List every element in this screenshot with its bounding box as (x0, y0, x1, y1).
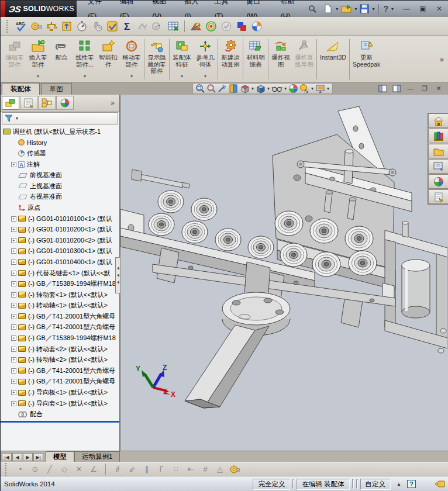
tree-item-history[interactable]: History (1, 137, 119, 148)
new-dropdown-arrow[interactable]: ▾ (336, 6, 338, 12)
featuremanager-tree-tab[interactable] (2, 96, 19, 110)
propertymanager-tab[interactable] (20, 96, 37, 110)
expand-toggle[interactable]: + (11, 216, 16, 222)
move-component-button[interactable]: 移动零 部件 ▾ (120, 37, 143, 81)
assembly-features-button[interactable]: 装配体 特征 ▾ (170, 37, 194, 81)
tree-item-part[interactable]: +(-) 转动套<2> (默认<<默认> (1, 344, 119, 355)
perpendicular-snap-icon[interactable]: ⇙ (127, 465, 137, 473)
pane-right-icon[interactable] (391, 84, 402, 93)
view-palette-tab[interactable] (428, 159, 448, 174)
lights-icon[interactable] (205, 20, 218, 33)
file-explorer-tab[interactable] (428, 144, 448, 158)
tree-item-part[interactable]: +(-) 导向板<1> (默认<<默认> (1, 387, 119, 398)
expand-toggle[interactable]: + (11, 324, 16, 330)
pane-left-icon[interactable] (377, 84, 388, 93)
check-dropdown-icon[interactable] (151, 20, 164, 33)
measure-icon[interactable] (30, 20, 43, 33)
quadrant-snap-icon[interactable]: ◇ (59, 465, 70, 473)
compare-documents-icon[interactable] (235, 20, 248, 33)
tree-item-part[interactable]: +(-) 转动轴<1> (默认<<默认> (1, 300, 119, 312)
tree-item-part[interactable]: +(-) 转动套<1> (默认<<默认> (1, 289, 119, 300)
equations-icon[interactable]: Σ (121, 20, 134, 33)
zoom-area-icon[interactable] (206, 84, 216, 94)
edit-component-button[interactable]: 编辑零 部件 (3, 37, 26, 81)
tree-item-sensors[interactable]: 传感器 (1, 148, 119, 159)
quick-tips-button[interactable]: ? (407, 480, 416, 488)
tree-item-part[interactable]: +(-) GG01-01010200<1> (默认 (1, 224, 119, 235)
help-dropdown-arrow[interactable]: ▾ (391, 6, 394, 12)
display-style-icon[interactable] (256, 84, 266, 94)
expand-toggle[interactable]: + (11, 401, 16, 406)
tree-item-part[interactable]: +(-) GG01-01010200<2> (默认 (1, 235, 119, 246)
tree-item-top-plane[interactable]: 上视基准面 (1, 181, 119, 192)
expand-toggle[interactable]: + (11, 271, 16, 276)
tree-item-part[interactable]: +(-) 转动轴<2> (默认<<默认> (1, 354, 119, 365)
units-selector[interactable]: 自定义 (360, 479, 391, 490)
prev-tab-button[interactable]: ◀ (12, 453, 22, 461)
home-tab[interactable] (428, 113, 448, 128)
design-table-icon[interactable] (167, 20, 180, 33)
model-tab[interactable]: 模型 (46, 451, 74, 462)
tree-item-part[interactable]: +(-) GB／T41-20001型六角螺母 (1, 365, 119, 376)
grid-snap-icon[interactable]: # (200, 465, 211, 473)
expand-toggle[interactable]: + (11, 292, 16, 298)
tab-assembly[interactable]: 装配体 (2, 82, 40, 95)
show-hidden-components-button[interactable]: 显示隐 藏的零 部件 (145, 37, 168, 81)
next-tab-button[interactable]: ▶ (23, 453, 33, 461)
tree-item-part[interactable]: +(-) GG01-01010400<1> (默认 (1, 257, 119, 268)
tree-item-part[interactable]: +(-) GB／T41-20001型六角螺母 (1, 322, 119, 333)
nearest-snap-icon[interactable]: ∠ (88, 465, 99, 473)
tree-item-part[interactable]: +(-) 导向套<1> (默认<<默认> (1, 398, 119, 409)
hv-snap-icon[interactable]: Γ (156, 465, 167, 473)
center-snap-icon[interactable]: ⊙ (30, 465, 40, 473)
tab-sketch[interactable]: 草图 (41, 83, 72, 95)
edit-appearance-icon[interactable] (288, 84, 298, 94)
section-view-icon[interactable] (229, 84, 239, 94)
rollback-bar[interactable] (1, 421, 119, 423)
expand-toggle[interactable]: + (11, 260, 16, 265)
edrawings-icon[interactable] (250, 20, 263, 33)
doc-restore-icon[interactable]: ❐ (419, 84, 430, 93)
toolbar-grip[interactable] (6, 20, 9, 33)
dropdown-arrow[interactable]: ▾ (37, 73, 39, 80)
hide-show-items-icon[interactable] (271, 84, 282, 94)
zoom-fit-icon[interactable] (195, 84, 205, 94)
tree-item-front-plane[interactable]: 前视基准面 (1, 170, 119, 181)
ribbon-overflow[interactable]: » (436, 55, 447, 64)
expand-toggle[interactable]: + (11, 390, 16, 395)
insert-component-button[interactable]: 插入零 部件 ▾ (26, 37, 50, 81)
units-expand-arrow[interactable]: ▲ (397, 482, 401, 487)
dropdown-arrow[interactable]: ▾ (181, 73, 183, 80)
previous-view-icon[interactable] (218, 84, 228, 94)
toolbar-grip[interactable] (5, 463, 8, 476)
displaymanager-tab[interactable] (56, 96, 74, 110)
expand-toggle[interactable]: + (11, 336, 16, 341)
save-dropdown-arrow[interactable]: ▾ (372, 6, 374, 12)
render-preview-icon[interactable] (189, 20, 202, 33)
length-snap-icon[interactable]: ⇤ (185, 465, 196, 473)
expand-toggle[interactable]: + (11, 347, 16, 352)
appearances-tab[interactable] (428, 174, 448, 189)
configurationmanager-tab[interactable] (38, 96, 56, 110)
panel-flyout-handle[interactable] (115, 257, 120, 293)
doc-close-icon[interactable]: ✕ (433, 84, 444, 93)
tree-item-right-plane[interactable]: 右视基准面 (1, 192, 119, 203)
tree-item-part[interactable]: +(-) GB／T15389-1994螺杆M18 (1, 278, 119, 289)
tree-item-mates[interactable]: 配合 (1, 409, 119, 420)
reference-geometry-button[interactable]: 参考几 何体 ▾ (194, 37, 217, 81)
tag-icon[interactable] (435, 480, 445, 488)
mass-properties-icon[interactable] (45, 20, 58, 33)
tree-item-part[interactable]: +(-) GB／T41-20001型六角螺母 (1, 311, 119, 322)
help-button[interactable]: ? (382, 3, 390, 15)
graphics-viewport[interactable]: X Z Y (120, 95, 448, 451)
bill-of-materials-button[interactable]: 材料明 细表 (244, 37, 267, 81)
pin-clock-icon[interactable] (91, 20, 104, 33)
first-tab-button[interactable]: |◀ (2, 453, 12, 461)
tree-item-annotations[interactable]: +A注解 (1, 159, 119, 170)
design-library-tab[interactable] (428, 129, 448, 143)
dropdown-arrow[interactable]: ▾ (251, 86, 254, 91)
tree-item-part[interactable]: +(-) GG01-01010300<1> (默认 (1, 246, 119, 257)
view-settings-icon[interactable] (315, 84, 325, 94)
expand-toggle[interactable]: + (11, 227, 16, 232)
spell-check-icon[interactable]: ABC (15, 20, 27, 33)
